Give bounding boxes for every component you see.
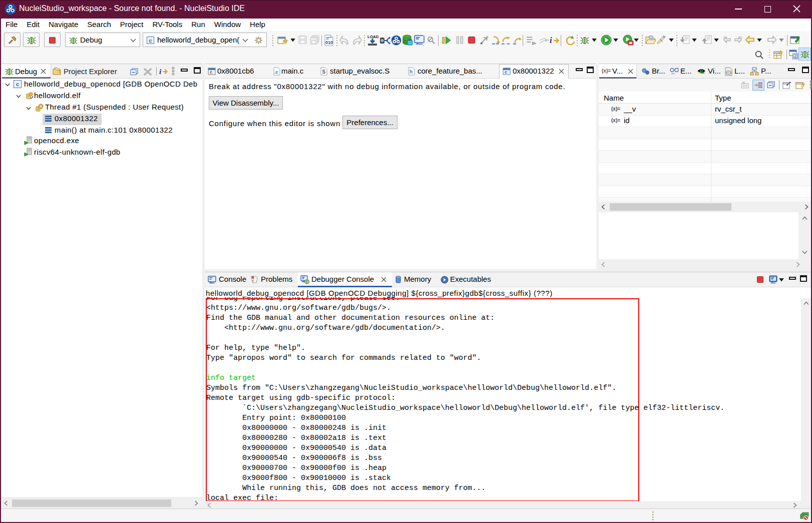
svg-text:i: i (159, 68, 162, 76)
svg-text:i: i (550, 36, 552, 45)
svg-text:LOAD: LOAD (367, 35, 378, 39)
svg-text:x=: x= (671, 72, 675, 75)
svg-text:h: h (410, 69, 413, 75)
svg-text:S: S (322, 69, 326, 75)
svg-text:C: C (794, 55, 797, 59)
svg-text:010: 010 (325, 40, 333, 45)
svg-text:.c: .c (274, 70, 278, 75)
svg-text:c: c (210, 70, 212, 75)
svg-text:c: c (505, 70, 507, 75)
